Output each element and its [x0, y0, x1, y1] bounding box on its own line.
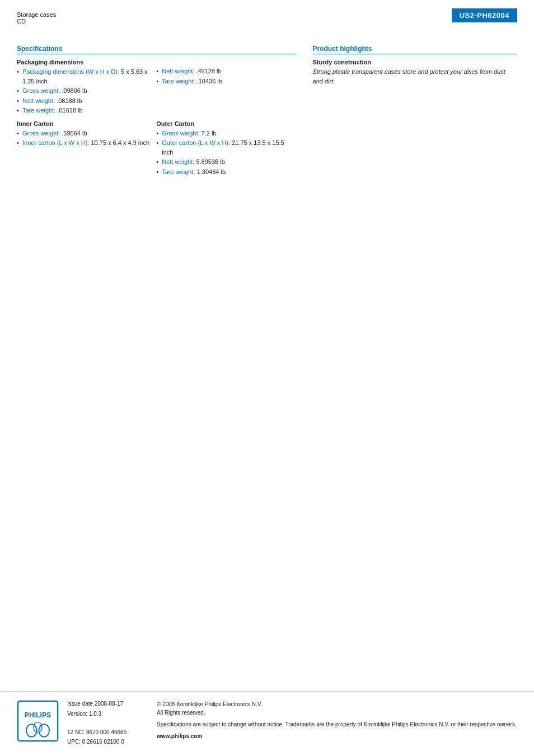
packaging-label-4: Tare weight: [22, 107, 55, 114]
philips-logo: PHILIPS [17, 700, 56, 743]
packaging-right: Nett weight: .49128 lb Tare weight: .104… [156, 59, 296, 116]
product-subcategory: CD [17, 18, 56, 25]
outer-label-3: Nett weight: [162, 158, 194, 165]
inner-carton-list: Gross weight: .59564 lb Inner carton (L … [17, 129, 156, 148]
footer-website: www.philips.com [157, 732, 517, 740]
svg-point-2 [26, 724, 37, 737]
packaging-title: Packaging dimensions [17, 59, 156, 65]
svg-point-3 [39, 724, 49, 737]
packaging-item-3: Nett weight: .08188 lb [17, 96, 156, 106]
footer-meta: Issue date 2008-08-17 Version: 1.0.3 12 … [67, 700, 146, 745]
pkg-right-value-1: .49128 lb [196, 68, 221, 74]
specifications-title: Specifications [17, 45, 296, 54]
outer-carton-title: Outer Carton [156, 120, 296, 127]
outer-item-4: Tare weight: 1.30464 lb [156, 167, 296, 177]
outer-value-4: 1.30464 lb [197, 168, 226, 175]
packaging-label-1: Packaging dimensions (W x H x D): [22, 68, 119, 75]
highlights-title: Product highlights [313, 45, 517, 54]
footer-nc: 12 NC: 8670 000 45665 [67, 729, 146, 735]
packaging-value-2: .09806 lb [62, 87, 87, 94]
outer-item-3: Nett weight: 5.89536 lb [156, 157, 296, 167]
outer-item-1: Gross weight: 7.2 lb [156, 129, 296, 138]
version-label: Version: [67, 711, 87, 717]
packaging-value-4: .01618 lb [57, 107, 82, 114]
inner-label-1: Gross weight: [22, 130, 60, 137]
packaging-item-1: Packaging dimensions (W x H x D): 5 x 5.… [17, 67, 156, 86]
inner-item-1: Gross weight: .59564 lb [17, 129, 156, 138]
highlights-column: Product highlights Sturdy construction S… [307, 45, 517, 177]
footer-version: Version: 1.0.3 [67, 710, 146, 718]
outer-carton-col: Outer Carton Gross weight: 7.2 lb Outer … [156, 120, 296, 177]
inner-carton-title: Inner Carton [17, 120, 156, 127]
inner-label-2: Inner carton (L x W x H): [22, 139, 89, 146]
footer: PHILIPS Issue date 2008-08-17 Version: 1… [0, 691, 534, 756]
outer-value-3: 5.89536 lb [196, 158, 224, 165]
product-category: Storage cases [17, 11, 56, 18]
packaging-right-list: Nett weight: .49128 lb Tare weight: .104… [156, 67, 296, 86]
footer-copyright: © 2008 Koninklijke Philips Electronics N… [157, 700, 517, 717]
pkg-right-item-1: Nett weight: .49128 lb [156, 67, 296, 76]
packaging-left: Packaging dimensions Packaging dimension… [17, 59, 156, 116]
packaging-label-3: Nett weight: [22, 97, 55, 104]
footer-issue-date: Issue date 2008-08-17 [67, 700, 146, 708]
svg-point-4 [34, 722, 42, 732]
version-value: 1.0.3 [89, 711, 101, 717]
footer-legal: © 2008 Koninklijke Philips Electronics N… [157, 700, 517, 740]
specifications-column: Specifications Packaging dimensions Pack… [17, 45, 307, 177]
outer-value-1: 7.2 lb [202, 130, 217, 137]
inner-carton-col: Inner Carton Gross weight: .59564 lb Inn… [17, 120, 156, 177]
svg-text:PHILIPS: PHILIPS [25, 711, 51, 719]
svg-rect-0 [18, 701, 58, 741]
pkg-right-label-2: Tare weight: [162, 78, 195, 84]
footer-legal-text: Specifications are subject to change wit… [157, 720, 517, 729]
inner-value-1: .59564 lb [62, 130, 87, 137]
packaging-value-3: .08188 lb [57, 97, 82, 104]
highlight-item-desc: Strong plastic transparent cases store a… [313, 67, 517, 86]
outer-item-2: Outer carton (L x W x H): 21.75 x 13.5 x… [156, 138, 296, 157]
header-left: Storage cases CD [17, 11, 56, 25]
product-id-box: US2-PH62004 [452, 8, 517, 22]
pkg-right-item-2: Tare weight: .10436 lb [156, 77, 296, 86]
inner-value-2: 10.75 x 6.4 x 4.9 inch [91, 139, 149, 146]
outer-label-1: Gross weight: [162, 130, 199, 137]
outer-carton-list: Gross weight: 7.2 lb Outer carton (L x W… [156, 129, 296, 177]
pkg-right-value-2: .10436 lb [197, 78, 222, 84]
packaging-label-2: Gross weight: [22, 87, 60, 94]
issue-date-value: 2008-08-17 [95, 701, 123, 707]
packaging-item-2: Gross weight: .09806 lb [17, 86, 156, 96]
outer-label-2: Outer carton (L x W x H): [162, 139, 230, 146]
packaging-item-4: Tare weight: .01618 lb [17, 106, 156, 115]
highlight-item-title: Sturdy construction [313, 59, 517, 65]
inner-item-2: Inner carton (L x W x H): 10.75 x 6.4 x … [17, 138, 156, 148]
pkg-right-label-1: Nett weight: [162, 68, 194, 74]
footer-upc: UPC: 0 26616 02100 0 [67, 739, 146, 745]
packaging-list: Packaging dimensions (W x H x D): 5 x 5.… [17, 67, 156, 115]
issue-date-label: Issue date [67, 701, 95, 707]
outer-label-4: Tare weight: [162, 168, 195, 175]
